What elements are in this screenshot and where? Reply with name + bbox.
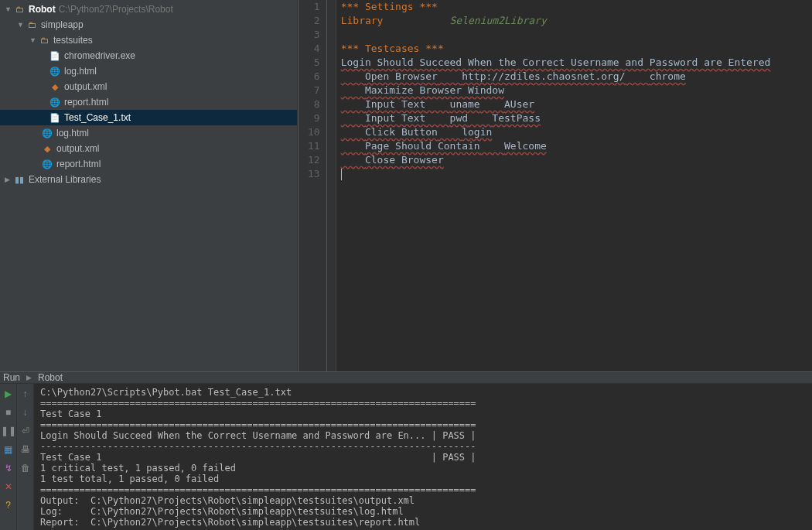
root-name: Robot <box>29 4 56 15</box>
clear-button[interactable]: 🗑 <box>21 463 30 474</box>
code-content[interactable]: *** Settings *** Library Selenium2Librar… <box>336 0 812 371</box>
chevron-down-icon[interactable]: ▼ <box>29 36 39 44</box>
run-tabbar[interactable]: Run ▶ Robot <box>0 372 812 384</box>
soft-wrap-button[interactable]: ⏎ <box>22 426 29 436</box>
tree-external-libraries[interactable]: ▶ ▮▮ External Libraries <box>0 172 297 187</box>
chevron-right-icon[interactable]: ▶ <box>5 176 14 183</box>
tree-file-report2[interactable]: 🌐 report.html <box>0 156 297 172</box>
pause-button[interactable]: ❚❚ <box>1 426 16 436</box>
tree-folder-testsuites[interactable]: ▼ 🗀 testsuites <box>0 32 297 48</box>
fold-gutter[interactable] <box>327 0 336 371</box>
xml-file-icon: ◆ <box>49 81 60 92</box>
down-button[interactable]: ↓ <box>23 407 28 418</box>
play-icon: ▶ <box>26 374 32 381</box>
tree-file-testcase1[interactable]: 📄 Test_Case_1.txt <box>0 110 297 125</box>
html-file-icon: 🌐 <box>42 128 53 138</box>
rerun-button[interactable]: ▶ <box>5 388 12 399</box>
tree-file-output[interactable]: ◆ output.xml <box>0 79 297 94</box>
run-toolbar-right: ↑ ↓ ⏎ 🖶 🗑 <box>17 384 34 530</box>
file-icon: 📄 <box>49 50 60 61</box>
line-number-gutter: 1 2 3 4 5 6 7 8 9 10 11 12 13 <box>299 0 327 371</box>
help-button[interactable]: ? <box>5 500 11 511</box>
close-button[interactable]: ✕ <box>5 481 12 492</box>
code-editor[interactable]: 1 2 3 4 5 6 7 8 9 10 11 12 13 *** Settin… <box>298 0 812 371</box>
run-panel: Run ▶ Robot ▶ ■ ❚❚ ▦ ↯ ✕ ? ↑ ↓ ⏎ 🖶 🗑 C:\… <box>0 371 812 530</box>
run-toolbar-left: ▶ ■ ❚❚ ▦ ↯ ✕ ? <box>0 384 17 530</box>
xml-file-icon: ◆ <box>42 143 53 154</box>
folder-icon: 🗀 <box>39 35 49 46</box>
text-file-icon: 📄 <box>49 112 60 123</box>
tree-root[interactable]: ▼ 🗀 Robot C:\Python27\Projects\Robot <box>0 2 297 17</box>
tree-folder-simpleapp[interactable]: ▼ 🗀 simpleapp <box>0 17 297 32</box>
tree-file-output2[interactable]: ◆ output.xml <box>0 141 297 156</box>
restore-layout-button[interactable]: ↯ <box>5 463 12 474</box>
tree-file-report[interactable]: 🌐 report.html <box>0 94 297 110</box>
dump-threads-button[interactable]: ▦ <box>4 444 12 455</box>
html-file-icon: 🌐 <box>49 97 60 108</box>
folder-icon: 🗀 <box>14 4 25 15</box>
stop-button[interactable]: ■ <box>5 407 11 418</box>
print-button[interactable]: 🖶 <box>21 444 30 455</box>
tree-file-chromedriver[interactable]: 📄 chromedriver.exe <box>0 48 297 63</box>
text-cursor <box>341 169 342 180</box>
tree-file-log2[interactable]: 🌐 log.html <box>0 125 297 141</box>
html-file-icon: 🌐 <box>42 159 53 169</box>
chevron-down-icon[interactable]: ▼ <box>17 21 26 29</box>
html-file-icon: 🌐 <box>49 66 60 77</box>
console-output[interactable]: C:\Python27\Scripts\Pybot.bat Test_Case_… <box>34 384 812 530</box>
run-config-name[interactable]: Robot <box>38 372 63 383</box>
root-path: C:\Python27\Projects\Robot <box>59 4 173 15</box>
folder-icon: 🗀 <box>26 19 37 30</box>
tree-file-log[interactable]: 🌐 log.html <box>0 63 297 79</box>
chevron-down-icon[interactable]: ▼ <box>5 5 14 13</box>
up-button[interactable]: ↑ <box>23 388 28 399</box>
run-tab-label[interactable]: Run <box>3 372 20 383</box>
library-icon: ▮▮ <box>14 174 25 185</box>
project-tree[interactable]: ▼ 🗀 Robot C:\Python27\Projects\Robot ▼ 🗀… <box>0 0 298 371</box>
